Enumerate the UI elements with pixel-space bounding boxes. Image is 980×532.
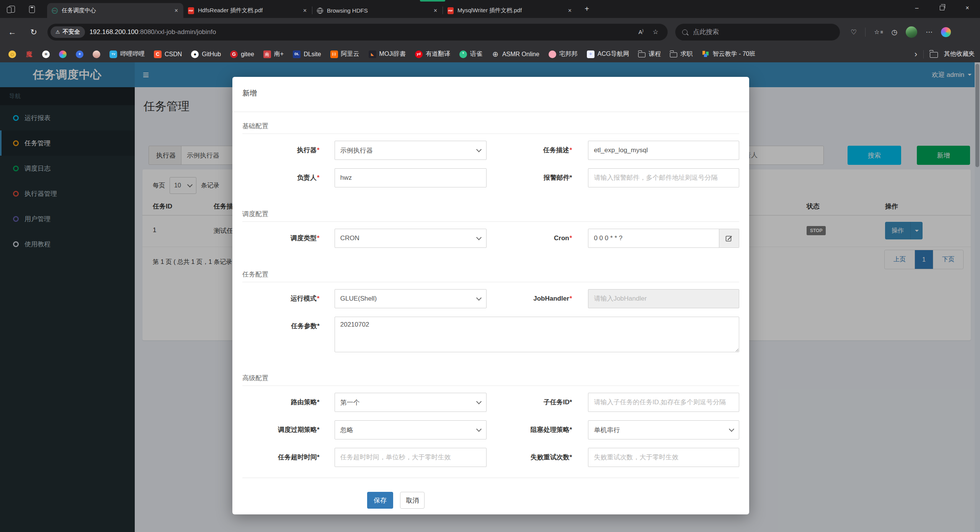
- bookmark-favicon-icon: 南: [263, 50, 271, 58]
- other-favorites-label[interactable]: 其他收藏夹: [944, 50, 975, 58]
- bookmark-favicon-icon: ⊕: [492, 50, 499, 58]
- favorite-star-icon[interactable]: ☆: [653, 28, 658, 36]
- bookmark-favicon-icon: C: [154, 50, 162, 58]
- bookmarks-bar: ☺ 魔 ✳ ✦ TV: [0, 46, 980, 62]
- bookmark-item[interactable]: ✧ ACG导航网: [582, 49, 634, 60]
- bookmark-favicon-icon: ●: [191, 50, 199, 58]
- browser-essentials-icon[interactable]: ♡: [851, 28, 857, 36]
- bookmark-item[interactable]: G gitee: [225, 49, 259, 60]
- security-badge[interactable]: ⚠ 不安全: [51, 26, 85, 38]
- retry-label: 失败重试次数*: [487, 448, 588, 467]
- bookmark-item[interactable]: 求职: [665, 49, 697, 60]
- tab-browsing-hdfs[interactable]: Browsing HDFS ×: [312, 3, 443, 18]
- bookmark-item[interactable]: TV 哔哩哔哩: [105, 49, 149, 60]
- save-button[interactable]: 保存: [367, 492, 393, 509]
- restore-button[interactable]: [929, 0, 955, 16]
- bookmark-item[interactable]: (-) 阿里云: [326, 49, 364, 60]
- bookmark-item[interactable]: C CSDN: [149, 49, 186, 60]
- close-icon[interactable]: ×: [567, 7, 572, 14]
- tab-mysqlwriter-pdf[interactable]: PDF MysqlWriter 插件文档.pdf ×: [443, 3, 577, 18]
- search-box[interactable]: 点此搜索: [675, 24, 840, 41]
- close-icon[interactable]: ×: [302, 7, 307, 14]
- close-icon[interactable]: ×: [174, 7, 179, 14]
- close-window-button[interactable]: ×: [955, 0, 980, 16]
- bookmark-item[interactable]: 课程: [634, 49, 665, 60]
- page-scrollbar[interactable]: [975, 62, 980, 532]
- job-desc-input[interactable]: [588, 141, 739, 160]
- cancel-button[interactable]: 取消: [400, 492, 425, 509]
- route-strategy-select[interactable]: 第一个: [335, 393, 487, 412]
- bookmark-item[interactable]: 南 南+: [259, 49, 288, 60]
- favorites-bar-icon[interactable]: ☆≡: [874, 28, 883, 36]
- alarm-email-input[interactable]: [588, 168, 739, 187]
- bookmark-item[interactable]: ✦: [71, 49, 88, 60]
- bookmark-item[interactable]: ❜ 语雀: [455, 49, 487, 60]
- workspaces-icon[interactable]: [6, 3, 18, 15]
- child-job-label: 子任务ID*: [487, 393, 588, 412]
- bookmark-item[interactable]: 宅邦邦: [544, 49, 582, 60]
- more-menu-icon[interactable]: ⋯: [926, 28, 933, 36]
- bookmarks-separator: [923, 50, 924, 59]
- profile-avatar[interactable]: [906, 26, 917, 38]
- bookmark-item[interactable]: [54, 49, 71, 60]
- vertical-tabs-icon[interactable]: [26, 3, 38, 15]
- bookmark-item[interactable]: yd 有道翻译: [410, 49, 455, 60]
- bookmark-favicon-icon: [638, 52, 645, 57]
- url-host: 192.168.200.100: [90, 28, 139, 36]
- address-bar[interactable]: ⚠ 不安全 192.168.200.100:8080/xxl-job-admin…: [47, 24, 668, 41]
- bookmark-favicon-icon: [702, 50, 709, 58]
- route-strategy-label: 路由策略*: [242, 393, 335, 412]
- bookmark-item[interactable]: 魔: [21, 49, 38, 60]
- modal-body: 基础配置 执行器* 示例执行器 任务描述* 负责人* 报警邮件*: [232, 122, 749, 467]
- run-mode-select[interactable]: GLUE(Shell): [335, 289, 487, 308]
- copilot-icon[interactable]: [941, 27, 951, 37]
- tab-job-admin[interactable]: XXL 任务调度中心 ×: [47, 3, 183, 18]
- bookmark-item[interactable]: ⊕ ASMR Online: [487, 49, 544, 60]
- pdf-favicon-icon: PDF: [188, 7, 194, 14]
- new-tab-button[interactable]: +: [581, 3, 593, 15]
- block-strategy-select[interactable]: 单机串行: [588, 420, 739, 439]
- chevron-right-icon[interactable]: ›: [915, 49, 917, 59]
- bookmark-label: CSDN: [165, 51, 182, 58]
- timeout-input[interactable]: [335, 448, 487, 467]
- schedule-type-label: 调度类型*: [242, 229, 335, 248]
- owner-input[interactable]: [335, 168, 487, 187]
- job-param-textarea[interactable]: 20210702: [335, 317, 739, 352]
- bookmark-item[interactable]: [88, 49, 105, 60]
- bookmark-label: gitee: [241, 51, 254, 58]
- close-icon[interactable]: ×: [433, 7, 438, 14]
- misfire-strategy-select[interactable]: 忽略: [335, 420, 487, 439]
- search-placeholder: 点此搜索: [693, 28, 719, 36]
- child-job-input[interactable]: [588, 393, 739, 412]
- run-mode-label: 运行模式*: [242, 289, 335, 308]
- bookmark-item[interactable]: ◣ MOJi辞書: [364, 49, 410, 60]
- tab-hdfsreader-pdf[interactable]: PDF HdfsReader 插件文档.pdf ×: [183, 3, 312, 18]
- jobhandler-input: [588, 289, 739, 308]
- cron-input[interactable]: [588, 229, 719, 248]
- read-aloud-icon[interactable]: A): [639, 29, 644, 35]
- bookmark-item[interactable]: 智云教学 - 70班: [697, 49, 760, 60]
- toolbar-separator: [865, 28, 866, 37]
- bookmarks-overflow: › 其他收藏夹: [915, 46, 975, 62]
- bookmark-item[interactable]: ✳: [38, 49, 54, 60]
- refresh-button[interactable]: ↻: [27, 25, 41, 39]
- schedule-type-select[interactable]: CRON: [335, 229, 487, 248]
- executor-label: 执行器*: [242, 141, 335, 160]
- bookmark-favicon-icon: (-): [330, 50, 338, 58]
- jobhandler-label: JobHandler*: [487, 289, 588, 308]
- bookmark-item[interactable]: ● GitHub: [186, 49, 225, 60]
- section-schedule-config: 调度配置: [242, 210, 739, 222]
- cron-edit-button[interactable]: [719, 229, 739, 248]
- bookmark-item[interactable]: DL DLsite: [288, 49, 325, 60]
- web-page: 任务调度中心 ≡ 欢迎 admin 导航 运行报表 任务管理: [0, 62, 980, 532]
- browser-toolbar: ← ↻ ⚠ 不安全 192.168.200.100:8080/xxl-job-a…: [0, 18, 980, 46]
- tab-title: Browsing HDFS: [327, 7, 429, 14]
- back-button[interactable]: ←: [5, 25, 19, 39]
- modal-title: 新增: [232, 77, 749, 112]
- executor-select[interactable]: 示例执行器: [335, 141, 487, 160]
- retry-input[interactable]: [588, 448, 739, 467]
- bookmark-item[interactable]: ☺: [4, 49, 21, 60]
- history-icon[interactable]: ◷: [892, 28, 898, 36]
- scrollbar-thumb[interactable]: [975, 64, 979, 167]
- minimize-button[interactable]: –: [904, 0, 929, 16]
